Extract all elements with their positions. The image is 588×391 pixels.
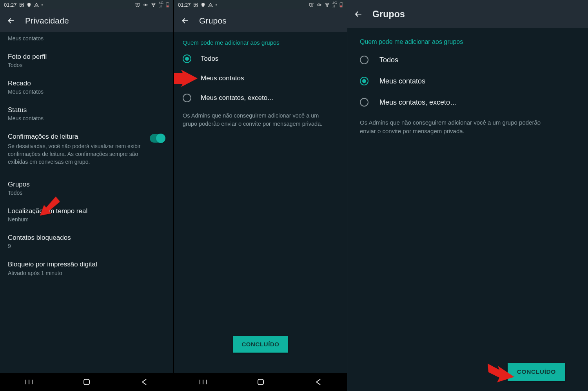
radio-label: Meus contatos, exceto… <box>201 94 274 102</box>
radio-everyone[interactable]: Todos <box>174 49 347 69</box>
live-location-title: Localização em tempo real <box>8 207 165 215</box>
status-time: 01:27 <box>178 2 191 8</box>
nav-recents[interactable] <box>19 379 39 385</box>
blocked-contacts-title: Contatos bloqueados <box>8 234 165 242</box>
system-nav-bar <box>174 373 347 391</box>
shield-icon <box>201 2 205 7</box>
radio-icon <box>183 74 191 83</box>
nav-home[interactable] <box>251 378 270 386</box>
status-item[interactable]: Status Meus contatos <box>0 100 173 127</box>
more-icon: • <box>216 2 217 7</box>
read-receipts-item[interactable]: Confirmações de leitura Se desativadas, … <box>0 127 173 171</box>
read-receipts-toggle[interactable] <box>150 134 165 143</box>
svg-point-3 <box>153 6 154 7</box>
svg-rect-6 <box>167 5 169 7</box>
live-location-item[interactable]: Localização em tempo real Nenhum <box>0 201 173 228</box>
panel-privacy: 01:27 • 4G.ıl Privacidade Meus contatos … <box>0 0 173 391</box>
svg-point-10 <box>194 4 195 4</box>
radio-icon <box>183 54 191 63</box>
back-button[interactable] <box>6 16 16 25</box>
nav-back[interactable] <box>134 378 154 386</box>
radio-my-contacts[interactable]: Meus contatos <box>347 71 588 92</box>
network-icon: 4G.ıl <box>332 1 337 8</box>
status-bar: 01:27 • 4G.ıl <box>174 0 347 9</box>
section-header: Quem pode me adicionar aos grupos <box>347 28 588 49</box>
svg-rect-14 <box>341 2 342 2</box>
radio-my-contacts[interactable]: Meus contatos <box>174 69 347 88</box>
system-nav-bar <box>0 373 173 391</box>
screenshot-icon <box>193 2 198 7</box>
radio-label: Meus contatos, exceto… <box>379 98 457 107</box>
battery-icon <box>339 2 343 7</box>
radio-everyone[interactable]: Todos <box>347 49 588 71</box>
read-receipts-title: Confirmações de leitura <box>8 132 146 141</box>
warning-icon <box>208 2 213 7</box>
helper-text: Os Admins que não conseguirem adicionar … <box>174 108 339 128</box>
section-header: Quem pode me adicionar aos grupos <box>174 32 347 49</box>
panel-groups-step2: Grupos Quem pode me adicionar aos grupos… <box>347 0 588 391</box>
helper-text: Os Admins que não conseguirem adicionar … <box>347 113 559 136</box>
nav-recents[interactable] <box>193 379 213 385</box>
fingerprint-lock-title: Bloqueio por impressão digital <box>8 260 165 269</box>
profile-photo-title: Foto do perfil <box>8 52 165 61</box>
wifi-icon <box>324 2 330 7</box>
fingerprint-lock-sub: Ativado após 1 minuto <box>8 270 165 276</box>
nav-back[interactable] <box>309 378 328 386</box>
svg-rect-5 <box>167 2 168 2</box>
svg-point-1 <box>20 4 21 4</box>
appbar-privacy: Privacidade <box>0 9 173 32</box>
radio-label: Todos <box>379 56 398 64</box>
alarm-icon <box>309 2 314 7</box>
last-seen-item[interactable]: Meus contatos <box>0 32 173 47</box>
svg-rect-17 <box>258 379 263 385</box>
vibrate-icon <box>143 2 148 7</box>
about-item[interactable]: Recado Meus contatos <box>0 74 173 100</box>
radio-icon <box>360 56 368 64</box>
appbar-title: Grupos <box>199 16 227 25</box>
radio-icon <box>360 98 368 107</box>
nav-home[interactable] <box>77 378 96 386</box>
done-button[interactable]: CONCLUÍDO <box>233 336 288 353</box>
more-icon: • <box>42 2 43 7</box>
panel-groups-step1: 01:27 • 4G.ıl Grupos Quem pode me adicio… <box>173 0 347 391</box>
radio-label: Todos <box>201 55 218 63</box>
warning-icon <box>34 2 39 7</box>
radio-icon <box>360 77 368 85</box>
radio-my-contacts-except[interactable]: Meus contatos, exceto… <box>174 88 347 108</box>
back-button[interactable] <box>180 16 190 25</box>
status-title: Status <box>8 106 165 114</box>
wifi-icon <box>151 2 156 7</box>
radio-label: Meus contatos <box>379 77 425 85</box>
screenshot-icon <box>19 2 24 7</box>
back-button[interactable] <box>354 9 363 19</box>
blocked-contacts-sub: 9 <box>8 243 165 249</box>
last-seen-sub: Meus contatos <box>8 35 165 42</box>
radio-label: Meus contatos <box>201 74 244 82</box>
live-location-sub: Nenhum <box>8 216 165 223</box>
appbar-groups: Grupos <box>347 0 588 28</box>
groups-sub: Todos <box>8 190 165 196</box>
battery-icon <box>166 2 169 7</box>
radio-icon <box>183 94 191 102</box>
groups-title: Grupos <box>8 180 165 189</box>
svg-rect-15 <box>340 5 342 7</box>
fingerprint-lock-item[interactable]: Bloqueio por impressão digital Ativado a… <box>0 255 173 281</box>
blocked-contacts-item[interactable]: Contatos bloqueados 9 <box>0 228 173 255</box>
done-button[interactable]: CONCLUÍDO <box>508 363 565 381</box>
appbar-title: Privacidade <box>25 16 69 25</box>
shield-icon <box>27 2 31 7</box>
radio-my-contacts-except[interactable]: Meus contatos, exceto… <box>347 92 588 113</box>
about-title: Recado <box>8 79 165 88</box>
appbar-title: Grupos <box>372 9 405 20</box>
alarm-icon <box>135 2 140 7</box>
read-receipts-desc: Se desativadas, você não poderá visualiz… <box>8 143 146 166</box>
about-sub: Meus contatos <box>8 89 165 95</box>
groups-item[interactable]: Grupos Todos <box>0 175 173 201</box>
status-bar: 01:27 • 4G.ıl <box>0 0 173 9</box>
profile-photo-item[interactable]: Foto do perfil Todos <box>0 47 173 74</box>
network-icon: 4G.ıl <box>159 1 163 8</box>
svg-point-12 <box>327 6 328 7</box>
profile-photo-sub: Todos <box>8 62 165 68</box>
status-sub: Meus contatos <box>8 115 165 121</box>
svg-rect-8 <box>84 379 89 385</box>
